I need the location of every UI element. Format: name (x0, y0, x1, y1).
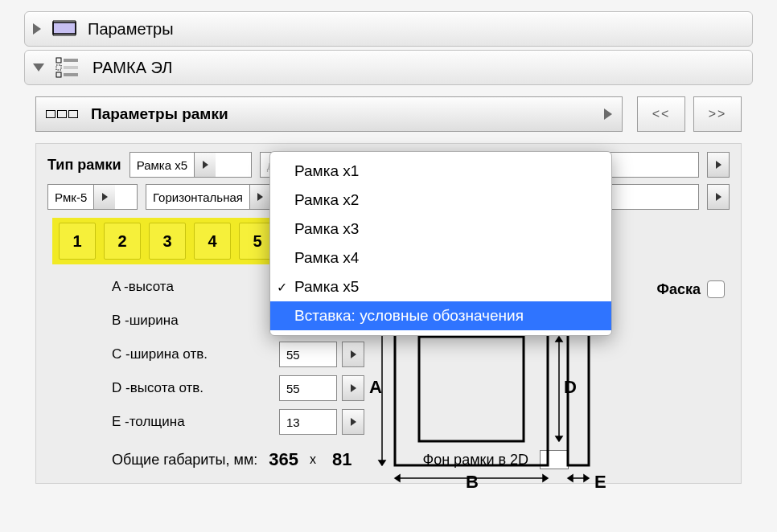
svg-text:D: D (564, 377, 577, 397)
module-tabs: 1 2 3 4 5 (52, 218, 306, 264)
dropdown-icon[interactable] (249, 185, 271, 209)
dim-c-label: C -ширина отв. (112, 346, 273, 362)
chamfer-row: Фаска (657, 280, 725, 298)
dropdown-item[interactable]: Рамка х4 (270, 243, 611, 272)
svg-rect-6 (64, 59, 78, 62)
svg-rect-10 (64, 73, 78, 76)
svg-rect-5 (56, 58, 61, 63)
dims-x: x (310, 452, 316, 467)
dropdown-item-highlighted[interactable]: Вставка: условные обозначения (270, 301, 611, 330)
svg-rect-9 (56, 72, 61, 77)
svg-rect-8 (64, 66, 78, 69)
frame-desc-more-button[interactable] (707, 152, 730, 178)
dim-b-label: B -ширина (112, 313, 273, 329)
frame-type-value: Рамка х5 (130, 158, 194, 172)
nav-prev-button[interactable]: << (637, 96, 685, 132)
frame-list-icon (56, 57, 81, 78)
dim-e-label: E -толщина (112, 414, 273, 430)
dim-e-more-button[interactable] (342, 409, 364, 435)
module-tab-3[interactable]: 3 (149, 223, 186, 260)
dropdown-icon[interactable] (194, 153, 216, 177)
orientation-value: Горизонтальная (146, 190, 249, 204)
dropdown-item[interactable]: Рамка х3 (270, 215, 611, 243)
frame-type-label: Тип рамки (47, 157, 121, 174)
dropdown-item[interactable]: Рамка х1 (270, 157, 611, 186)
chamfer-checkbox[interactable] (707, 280, 725, 298)
disclosure-right-icon (33, 23, 41, 35)
dim-a-label: A -высота (112, 279, 273, 295)
chamfer-label: Фаска (657, 281, 701, 298)
dim-d-input[interactable]: 55 (279, 375, 337, 401)
section-frame-el[interactable]: РАМКА ЭЛ (24, 50, 753, 85)
dropdown-item[interactable]: Рамка х2 (270, 186, 611, 215)
svg-text:B: B (466, 472, 479, 489)
dropdown-icon[interactable] (93, 185, 115, 209)
module-tab-2[interactable]: 2 (104, 223, 141, 260)
check-icon: ✓ (277, 280, 287, 295)
panel-title: Параметры рамки (91, 105, 228, 123)
overall-height: 81 (332, 449, 352, 470)
section-title: РАМКА ЭЛ (92, 59, 172, 77)
dim-d-more-button[interactable] (342, 375, 364, 401)
svg-text:E: E (594, 472, 606, 489)
frame-code-value: Рмк-5 (48, 190, 93, 204)
nav-next-button[interactable]: >> (693, 96, 742, 132)
svg-rect-7 (56, 65, 61, 70)
dim-e-input[interactable]: 13 (279, 409, 337, 435)
frame-type-combo[interactable]: Рамка х5 (130, 152, 252, 178)
module-tab-1[interactable]: 1 (59, 223, 96, 260)
overall-dims-label: Общие габариты, мм: (112, 452, 257, 469)
dropdown-item-selected[interactable]: ✓Рамка х5 (270, 272, 611, 301)
parameters-icon (52, 20, 76, 38)
section-parameters[interactable]: Параметры (24, 11, 753, 47)
placement-more-button[interactable] (707, 184, 730, 210)
overall-width: 365 (269, 449, 298, 470)
dim-c-input[interactable]: 55 (279, 342, 337, 367)
dim-c-more-button[interactable] (342, 342, 364, 367)
frame-type-dropdown-popup: Рамка х1 Рамка х2 Рамка х3 Рамка х4 ✓Рам… (269, 151, 612, 336)
svg-text:A: A (369, 377, 382, 397)
section-title: Параметры (88, 20, 174, 39)
frame-row-icon (46, 110, 78, 118)
frame-code-combo[interactable]: Рмк-5 (47, 184, 138, 210)
module-tab-4[interactable]: 4 (194, 223, 231, 260)
svg-rect-12 (419, 337, 524, 441)
svg-rect-0 (53, 23, 76, 34)
dim-d-label: D -высота отв. (112, 380, 273, 396)
disclosure-down-icon (33, 63, 44, 72)
chevron-right-icon (604, 108, 612, 120)
panel-header[interactable]: Параметры рамки (35, 96, 623, 132)
